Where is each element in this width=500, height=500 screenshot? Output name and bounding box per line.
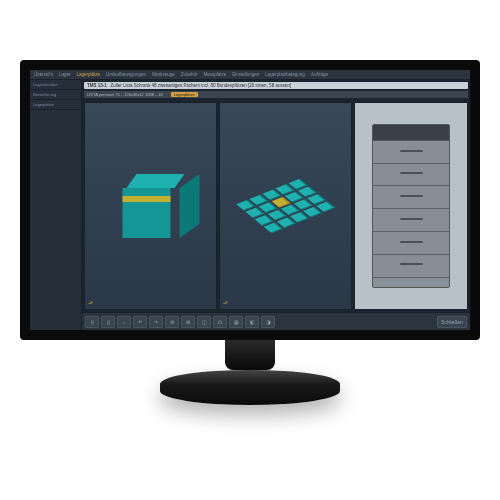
drawer-row [373, 186, 449, 209]
monitor-stand-base [160, 370, 340, 405]
cabinet-image [372, 124, 450, 289]
menu-item[interactable]: Lagerplatzbelegung [265, 72, 305, 77]
screen: Übersicht Lager Lagerplätze Umlaufbewegu… [20, 60, 480, 340]
close-button[interactable]: Schließen [437, 316, 467, 328]
tool-button[interactable]: ⊞ [181, 316, 195, 328]
menu-item[interactable]: Werkzeuge [152, 72, 175, 77]
sidebar-item[interactable]: Lagerstandort [30, 80, 81, 90]
drawer-row [373, 232, 449, 255]
tool-button[interactable]: ⌂ [117, 316, 131, 328]
menu-item[interactable]: Lagerplätze [77, 72, 101, 77]
tool-button[interactable]: ▦ [229, 316, 243, 328]
axis-gizmo-icon[interactable]: ⬏ [223, 299, 228, 306]
drawer-row [373, 141, 449, 164]
tool-button[interactable]: ◫ [197, 316, 211, 328]
drawer-row [373, 255, 449, 278]
axis-gizmo-icon[interactable]: ⬏ [88, 299, 93, 306]
bottom-toolbar: ⎘ ⎙ ⌂ ↶ ↷ ⚙ ⊞ ◫ ⊡ ▦ ◧ ◨ Schließen [82, 312, 470, 330]
application-window: Übersicht Lager Lagerplätze Umlaufbewegu… [30, 70, 470, 330]
viewport-row: ⬏ ⬏ [82, 100, 470, 312]
menu-item[interactable]: Umlaufbewegungen [106, 72, 146, 77]
tool-button[interactable]: ◨ [261, 316, 275, 328]
menu-item[interactable]: Messplätze [204, 72, 227, 77]
tool-button[interactable]: ↶ [133, 316, 147, 328]
tool-button[interactable]: ⚙ [165, 316, 179, 328]
viewport-3d-cabinet[interactable]: ⬏ [84, 102, 217, 310]
drawer-grid-3d [236, 179, 335, 234]
sidebar: Lagerstandort Bezeichnung Lagerplätze [30, 80, 82, 330]
content-area: Lagerstandort Bezeichnung Lagerplätze TM… [30, 80, 470, 330]
main-menu: Übersicht Lager Lagerplätze Umlaufbewegu… [30, 70, 470, 80]
viewport-3d-grid[interactable]: ⬏ [219, 102, 352, 310]
item-code: TMS 13-1 [87, 83, 107, 88]
tool-button[interactable]: ↷ [149, 316, 163, 328]
tool-button[interactable]: ⎙ [101, 316, 115, 328]
viewport-cabinet-photo[interactable] [354, 102, 468, 310]
sub-info-bar: LISTA premium 75 – 126x36x12 1008 – 18 L… [84, 91, 468, 98]
sub-title: LISTA premium 75 – 126x36x12 1008 – 18 [87, 92, 163, 97]
tool-button[interactable]: ⎘ [85, 316, 99, 328]
tag-label: Lagerplätze [171, 92, 198, 97]
monitor-stand-neck [225, 340, 275, 370]
menu-item[interactable]: Einstellungen [232, 72, 259, 77]
monitor-frame: Übersicht Lager Lagerplätze Umlaufbewegu… [20, 60, 480, 400]
menu-item[interactable]: Zubehör [181, 72, 198, 77]
drawer-row [373, 209, 449, 232]
drawer-row [373, 164, 449, 187]
tool-button[interactable]: ⊡ [213, 316, 227, 328]
menu-item[interactable]: Übersicht [34, 72, 53, 77]
cabinet-3d-model [122, 174, 179, 238]
menu-item[interactable]: Aufträge [311, 72, 328, 77]
menu-item[interactable]: Lager [59, 72, 71, 77]
sidebar-item[interactable]: Lagerplätze [30, 100, 81, 110]
info-bar: TMS 13-1 Zoller Lista Schrank 48 zweisei… [84, 82, 468, 89]
item-description: Zoller Lista Schrank 48 zweiseitigen Fäc… [111, 83, 292, 88]
main-panel: TMS 13-1 Zoller Lista Schrank 48 zweisei… [82, 80, 470, 330]
sidebar-item[interactable]: Bezeichnung [30, 90, 81, 100]
tool-button[interactable]: ◧ [245, 316, 259, 328]
